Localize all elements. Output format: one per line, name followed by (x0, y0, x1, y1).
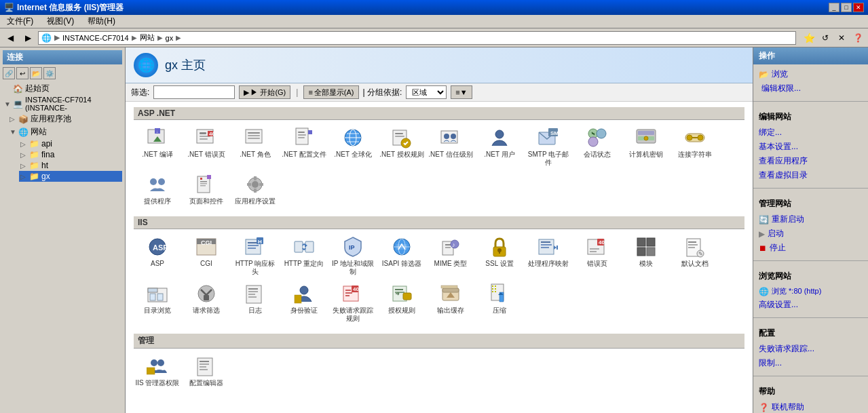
authz-icon (391, 283, 413, 304)
help-toolbar-button[interactable]: ❓ (850, 31, 865, 45)
action-limits[interactable]: 限制... (759, 356, 863, 370)
conn-btn-3[interactable]: 📂 (30, 67, 42, 79)
action-view-apps[interactable]: 查看应用程序 (759, 154, 863, 168)
tree-item-api[interactable]: ▷ 📁 api (19, 138, 122, 149)
feature-config-editor[interactable]: 配置编辑器 (183, 353, 230, 390)
filter-start-button[interactable]: ▶ ▶ 开始(G) (239, 85, 290, 99)
star-button[interactable]: ⭐ (801, 31, 816, 45)
tree-item-instance[interactable]: ▼ 💻 INSTANCE-CF7014 (INSTANCE- (3, 95, 122, 113)
feature-log[interactable]: 日志 (231, 280, 279, 326)
feature-pages[interactable]: 页面和控件 (183, 171, 230, 208)
filter-group-select[interactable]: 区域 (406, 85, 447, 99)
feature-appsettings[interactable]: 应用程序设置 (231, 171, 279, 208)
menu-file[interactable]: 文件(F) (3, 15, 37, 28)
feature-auth[interactable]: 身份验证 (280, 280, 328, 326)
tree-item-gx[interactable]: ▷ 📁 gx (19, 171, 122, 182)
feature-ip[interactable]: IP IP 地址和域限制 (329, 233, 377, 279)
svg-rect-100 (637, 248, 645, 256)
feature-iis-mgr-perm[interactable]: IIS 管理器权限 (134, 353, 181, 390)
machine-key-icon (635, 127, 657, 149)
error-pages-label: 错误页 (587, 260, 607, 268)
feature-conn-string[interactable]: 连接字符串 (671, 124, 719, 170)
address-separator4: ▶ (176, 34, 181, 41)
menu-help[interactable]: 帮助(H) (83, 15, 119, 28)
feature-modules[interactable]: 模块 (622, 233, 670, 279)
svg-rect-15 (308, 130, 312, 134)
feature-dir-browse[interactable]: 目录浏览 (134, 280, 181, 326)
feature-mime[interactable]: ♪ MIME 类型 (427, 233, 474, 279)
conn-btn-2[interactable]: ↩ (16, 67, 29, 79)
handler-icon (537, 236, 559, 258)
feature-fail-trace[interactable]: 404 失败请求跟踪规则 (329, 280, 377, 326)
feature-authz[interactable]: 授权规则 (378, 280, 426, 326)
action-stop[interactable]: ⏹ 停止 (759, 241, 863, 255)
tree-item-ht[interactable]: ▷ 📁 ht (19, 160, 122, 171)
minimize-btn[interactable]: _ (829, 3, 839, 12)
filter-input[interactable] (153, 85, 235, 99)
tree-item-website[interactable]: ▼ 🌐 网站 (8, 125, 122, 138)
feature-net-auth-rules[interactable]: .NET 授权规则 (378, 124, 426, 170)
action-basic-settings[interactable]: 基本设置... (759, 140, 863, 154)
feature-provider[interactable]: 提供程序 (134, 171, 181, 208)
feature-machine-key[interactable]: 计算机密钥 (622, 124, 670, 170)
feature-asp[interactable]: ASP ASP (134, 233, 181, 279)
action-browse-80[interactable]: 🌐 浏览 *:80 (http) (759, 285, 863, 298)
feature-smtp[interactable]: SMTP SMTP 电子邮件 (525, 124, 572, 170)
filter-show-all-button[interactable]: ≡ 全部显示(A) (303, 85, 358, 99)
conn-btn-1[interactable]: 🔗 (3, 67, 15, 79)
feature-cgi[interactable]: CGI CGI (183, 233, 230, 279)
refresh-button[interactable]: ↺ (818, 31, 833, 45)
feature-net-users[interactable]: .NET 用户 (476, 124, 523, 170)
action-view-vdirs[interactable]: 查看虚拟目录 (759, 168, 863, 182)
gx-label: gx (41, 172, 50, 181)
menu-view[interactable]: 视图(V) (43, 15, 78, 28)
action-browse[interactable]: 📂 浏览 (759, 67, 863, 81)
svg-rect-90 (541, 247, 549, 248)
feature-net-roles[interactable]: .NET 角色 (231, 124, 279, 170)
action-advanced-settings[interactable]: 高级设置... (759, 298, 863, 312)
machine-key-label: 计算机密钥 (629, 151, 663, 159)
action-online-help[interactable]: ❓ 联机帮助 (759, 400, 863, 413)
feature-net-error[interactable]: 404 .NET 错误页 (183, 124, 230, 170)
feature-ssl[interactable]: SSL 设置 (476, 233, 523, 279)
tree-item-homepage[interactable]: 🏠 起始页 (3, 82, 122, 95)
action-edit-permissions[interactable]: 编辑权限... (759, 81, 863, 96)
config-editor-label: 配置编辑器 (189, 379, 223, 387)
feature-error-pages[interactable]: 404 错误页 (573, 233, 621, 279)
apppool-label: 应用程序池 (31, 113, 71, 125)
tree-item-apppool[interactable]: ▷ 📦 应用程序池 (8, 113, 122, 125)
svg-text:404: 404 (353, 286, 362, 292)
net-global-label: .NET 全球化 (334, 151, 371, 159)
action-restart[interactable]: 🔄 重新启动 (759, 212, 863, 227)
maximize-btn[interactable]: □ (841, 3, 852, 12)
feature-session[interactable]: 会话状态 (573, 124, 621, 170)
feature-output-cache[interactable]: 输出缓存 (427, 280, 474, 326)
svg-rect-126 (345, 295, 350, 296)
feature-net-trust[interactable]: .NET 信任级别 (427, 124, 474, 170)
feature-net-compile[interactable]: ↓ .NET 编译 (134, 124, 181, 170)
action-fail-trace[interactable]: 失败请求跟踪... (759, 342, 863, 356)
feature-isapi[interactable]: ISAPI 筛选器 (378, 233, 426, 279)
forward-button[interactable]: ▶ (20, 31, 35, 45)
back-button[interactable]: ◀ (3, 31, 18, 45)
modules-icon (635, 236, 657, 258)
action-start[interactable]: ▶ 启动 (759, 227, 863, 241)
feature-handler[interactable]: 处理程序映射 (525, 233, 572, 279)
feature-http-header[interactable]: H HTTP 响应标头 (231, 233, 279, 279)
tree-item-fina[interactable]: ▷ 📁 fina (19, 149, 122, 160)
feature-net-global[interactable]: .NET 全球化 (329, 124, 377, 170)
stop-button[interactable]: ✕ (834, 31, 849, 45)
compress-label: 压缩 (493, 307, 506, 315)
conn-btn-4[interactable]: ⚙️ (43, 67, 56, 79)
feature-compress[interactable]: 压缩 (476, 280, 523, 326)
close-btn[interactable]: ✕ (853, 3, 864, 12)
address-bar: 🌐 ▶ INSTANCE-CF7014 ▶ 网站 ▶ gx ▶ (38, 31, 796, 45)
window-controls[interactable]: _ □ ✕ (829, 3, 864, 12)
action-bindings[interactable]: 绑定... (759, 125, 863, 140)
filter-view-button[interactable]: ≡▼ (451, 85, 472, 99)
feature-default-doc[interactable]: ✎ 默认文档 (671, 233, 719, 279)
feature-net-config[interactable]: .NET 配置文件 (280, 124, 328, 170)
feature-redirect[interactable]: HTTP 重定向 (280, 233, 328, 279)
feature-req-filter[interactable]: 请求筛选 (183, 280, 230, 326)
req-filter-label: 请求筛选 (193, 307, 220, 315)
